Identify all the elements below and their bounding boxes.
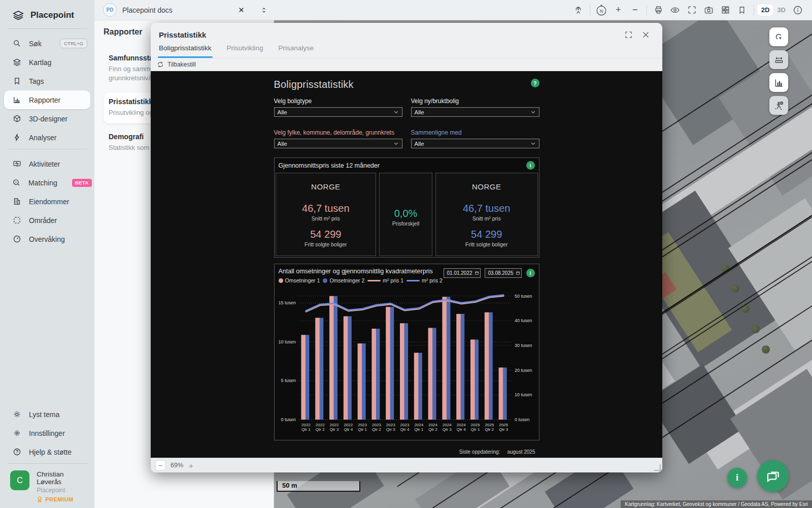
date-from-input[interactable]: 01.01.2022 [444, 268, 481, 278]
omrade-select[interactable]: Alle [274, 139, 402, 148]
sold-count-value: 54 299 [471, 229, 502, 240]
statistics-button[interactable] [769, 73, 788, 92]
close-modal-icon[interactable] [637, 30, 654, 39]
measure-button[interactable] [769, 50, 788, 69]
sidebar-item-analyser[interactable]: Analyser [4, 128, 90, 147]
svg-text:2022: 2022 [344, 423, 353, 427]
summary-info-icon[interactable]: i [526, 161, 535, 170]
tag-icon [12, 77, 21, 85]
print-icon[interactable] [650, 5, 667, 15]
sidebar-nav-secondary: Aktiviteter Matching BETA Eiendommer Omr… [0, 149, 94, 250]
about-icon[interactable] [789, 5, 806, 15]
svg-text:Qtr 3: Qtr 3 [499, 427, 508, 432]
fullscreen-icon[interactable] [684, 5, 700, 15]
document-tab[interactable]: PD Placepoint docs [94, 3, 272, 17]
svg-text:2022: 2022 [301, 423, 311, 427]
app-logo[interactable]: Placepoint [0, 0, 94, 28]
svg-text:Qtr 3: Qtr 3 [443, 427, 452, 432]
zoom-out-button[interactable]: − [156, 461, 165, 470]
legend-swatch [367, 280, 381, 281]
chat-button[interactable] [757, 460, 789, 492]
chart-info-icon[interactable]: i [526, 269, 535, 277]
svg-text:15 tusen: 15 tusen [278, 300, 296, 305]
svg-text:30 tusen: 30 tusen [515, 343, 532, 348]
map-tool-group [769, 27, 788, 115]
sidebar-item-sok[interactable]: Søk CTRL+G [4, 34, 90, 53]
widgets-icon[interactable] [717, 5, 734, 15]
modal-title: Prisstatistikk [159, 30, 620, 39]
avg-price-value: 46,7 tusen [463, 203, 510, 214]
area-select-icon [12, 216, 21, 225]
svg-text:Qtr 4: Qtr 4 [400, 427, 409, 432]
bar-chart-icon [774, 78, 784, 88]
layers-icon [12, 58, 21, 67]
sidebar-item-innstillinger[interactable]: Innstillinger [4, 424, 90, 442]
sidebar-item-3d-designer[interactable]: 3D-designer [4, 109, 90, 128]
street-view-icon[interactable] [570, 5, 587, 15]
resize-handle[interactable] [654, 464, 661, 471]
sidebar-item-eiendommer[interactable]: Eiendommer [4, 192, 90, 211]
gear-icon [12, 429, 21, 437]
stat-card-difference: 0,0% Prisforskjell [379, 173, 432, 256]
sidebar-item-aktiviteter[interactable]: Aktiviteter [4, 154, 90, 173]
compass-north-icon[interactable]: N [593, 4, 610, 17]
zoom-in-icon[interactable]: + [610, 5, 627, 15]
view-2d-button[interactable]: 2D [757, 4, 774, 16]
sidebar-item-lyst-tema[interactable]: Lyst tema [4, 405, 90, 424]
sidebar-item-kartlag[interactable]: Kartlag [4, 53, 90, 72]
reset-button[interactable]: Tilbakestill [167, 61, 196, 68]
svg-text:0 tusen: 0 tusen [281, 417, 296, 422]
sidebar-item-omrader[interactable]: Områder [4, 211, 90, 230]
help-circle-icon [12, 448, 21, 456]
select-feature-button[interactable] [769, 27, 788, 46]
date-to-input[interactable]: 03.08.2025 [485, 268, 522, 278]
user-org: Placepoint [37, 487, 89, 494]
screenshot-icon[interactable] [700, 5, 717, 15]
sidebar-item-overvaking[interactable]: Overvåking [4, 230, 90, 248]
toolbar-divider [647, 5, 647, 15]
filter-sammenligne: Sammenligne med Alle [411, 129, 539, 148]
brand-name: Placepoint [30, 10, 74, 20]
topbar: PD Placepoint docs N + − [94, 0, 812, 20]
boligtype-select[interactable]: Alle [274, 107, 402, 117]
tab-prisanalyse[interactable]: Prisanalyse [279, 43, 314, 58]
medal-icon [37, 496, 43, 503]
report-chart-icon [12, 96, 21, 104]
activity-monitor-icon [12, 160, 21, 168]
user-profile[interactable]: C Christian Løverås Placepoint PREMIUM [0, 464, 94, 508]
sidebar-item-matching[interactable]: Matching BETA [4, 173, 90, 192]
search-icon [12, 39, 21, 48]
zoom-in-button[interactable]: + [189, 461, 193, 470]
svg-text:2024: 2024 [456, 423, 465, 427]
transactions-chart-panel: Antall omsetninger og gjennomsnittlig kv… [274, 264, 539, 440]
tab-boligprisstatistikk[interactable]: Boligprisstatistikk [159, 43, 212, 58]
bookmark-icon[interactable] [734, 6, 751, 15]
gauge-icon [12, 235, 21, 243]
svg-text:2023: 2023 [372, 423, 381, 427]
modal-header: Prisstatistikk [151, 23, 662, 43]
close-document-icon[interactable] [233, 6, 250, 14]
sidebar-footer-nav: Lyst tema Innstillinger Hjelp & støtte [0, 400, 94, 463]
sidebar-item-rapporter[interactable]: Rapporter [4, 90, 90, 109]
travel-time-button[interactable] [769, 96, 788, 115]
svg-text:Qtr 2: Qtr 2 [428, 427, 437, 432]
sidebar-item-tags[interactable]: Tags [4, 72, 90, 90]
map-info-button[interactable]: i [727, 468, 747, 488]
sidebar-item-hjelp[interactable]: Hjelp & støtte [4, 442, 90, 461]
svg-text:Qtr 2: Qtr 2 [485, 427, 494, 432]
help-icon[interactable]: ? [531, 79, 539, 87]
modal-footer: − 69% + [151, 458, 662, 472]
svg-text:Qtr 1: Qtr 1 [414, 427, 423, 432]
tab-prisutvikling[interactable]: Prisutvikling [227, 43, 263, 58]
svg-text:20 tusen: 20 tusen [515, 368, 532, 373]
chat-bubbles-icon [765, 468, 781, 484]
zoom-out-icon[interactable]: − [627, 5, 644, 15]
legend-swatch [279, 278, 283, 283]
view-3d-button[interactable]: 3D [773, 4, 789, 16]
expand-modal-icon[interactable] [620, 30, 637, 39]
visibility-icon[interactable] [667, 5, 684, 15]
nybruktbolig-select[interactable]: Alle [411, 107, 539, 117]
document-sort-icon[interactable] [255, 7, 272, 14]
sammenligne-select[interactable]: Alle [411, 139, 539, 148]
modal-toolbar: Tilbakestill [151, 58, 662, 71]
